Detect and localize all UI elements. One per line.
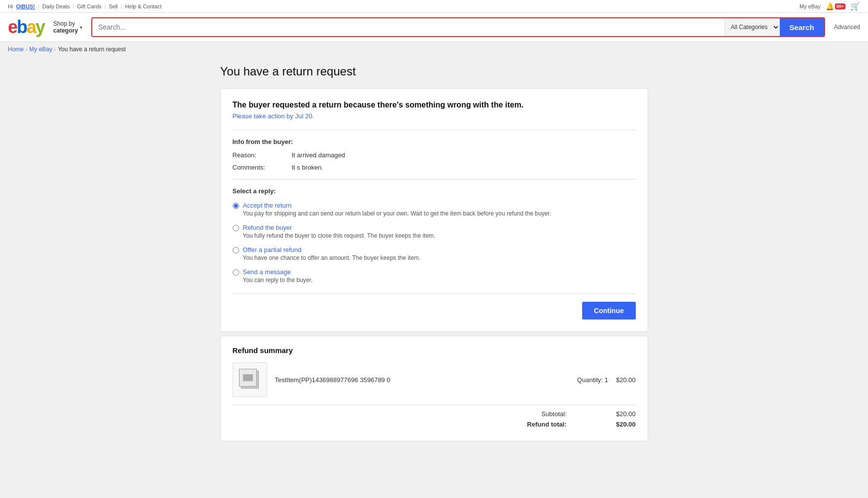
sell-link[interactable]: Sell: [109, 3, 118, 9]
divider-1: [233, 130, 636, 130]
refund-total-label: Refund total:: [527, 421, 566, 428]
accept-title: Accept the return: [243, 202, 552, 209]
item-quantity: Quantity: 1: [577, 376, 608, 384]
option-message: Send a message You can reply to the buye…: [233, 268, 636, 284]
ebay-logo[interactable]: e b a y: [8, 17, 44, 37]
continue-button[interactable]: Continue: [582, 302, 636, 320]
accept-desc: You pay for shipping and can send our re…: [243, 210, 552, 217]
chevron-down-icon: ▾: [80, 25, 82, 30]
radio-refund[interactable]: [233, 225, 239, 231]
option-accept: Accept the return You pay for shipping a…: [233, 202, 636, 217]
gift-cards-link[interactable]: Gift Cards: [77, 3, 102, 9]
refund-total-value: $20.00: [606, 421, 636, 428]
comments-label: Comments:: [233, 164, 292, 171]
item-info: TestItem(PP)1436988977696 3596789 0: [275, 376, 550, 384]
search-input[interactable]: [92, 18, 724, 36]
continue-row: Continue: [233, 293, 636, 320]
advanced-search-link[interactable]: Advanced: [830, 24, 860, 31]
reason-label: Reason:: [233, 151, 292, 159]
breadcrumb: Home › My eBay › You have a return reque…: [0, 42, 868, 57]
breadcrumb-home[interactable]: Home: [8, 46, 24, 53]
comments-row: Comments: It s broken.: [233, 164, 636, 171]
radio-partial[interactable]: [233, 247, 239, 253]
reason-value: It arrived damaged: [292, 151, 345, 159]
breadcrumb-myebay[interactable]: My eBay: [29, 46, 52, 53]
daily-deals-link[interactable]: Daily Deals: [42, 3, 70, 9]
breadcrumb-sep-1: ›: [26, 47, 27, 52]
photo-front: [239, 369, 257, 387]
message-desc: You can reply to the buyer.: [243, 277, 313, 284]
reply-section: Select a reply: Accept the return You pa…: [233, 187, 636, 284]
subtotal-label: Subtotal:: [541, 410, 566, 418]
help-contact-link[interactable]: Help & Contact: [125, 3, 162, 9]
subtotal-row: Subtotal: $20.00: [233, 410, 636, 418]
partial-desc: You have one chance to offer an amount. …: [243, 254, 421, 261]
reply-label: Select a reply:: [233, 187, 636, 195]
breadcrumb-current: You have a return request: [58, 46, 126, 53]
option-partial: Offer a partial refund You have one chan…: [233, 246, 636, 261]
refund-summary-title: Refund summary: [233, 346, 636, 355]
breadcrumb-sep-2: ›: [54, 47, 56, 52]
page-content: You have a return request The buyer requ…: [212, 57, 656, 449]
item-thumbnail: [233, 362, 267, 397]
top-bar: Hi QIBUS! | Daily Deals | Gift Cards | S…: [0, 0, 868, 13]
radio-message[interactable]: [233, 269, 239, 276]
subtotal-value: $20.00: [606, 410, 636, 418]
page-title: You have a return request: [220, 65, 648, 78]
refund-item-row: TestItem(PP)1436988977696 3596789 0 Quan…: [233, 362, 636, 397]
shop-by-label: Shop bycategory: [53, 20, 78, 34]
search-bar: All Categories Search: [91, 17, 825, 37]
username-link[interactable]: QIBUS!: [16, 3, 35, 9]
return-headline: The buyer requested a return because the…: [233, 101, 636, 109]
refund-totals: Subtotal: $20.00 Refund total: $20.00: [233, 405, 636, 428]
comments-value: It s broken.: [292, 164, 323, 171]
message-title: Send a message: [243, 268, 313, 276]
refund-desc: You fully refund the buyer to close this…: [243, 232, 436, 239]
action-by-text: Please take action by Jul 20.: [233, 112, 636, 120]
logo-area: e b a y: [8, 17, 44, 37]
info-section-label: Info from the buyer:: [233, 138, 636, 145]
refund-summary-card: Refund summary TestItem(PP)1436988977696…: [220, 336, 648, 441]
reason-row: Reason: It arrived damaged: [233, 151, 636, 159]
greeting-text: Hi: [8, 3, 13, 9]
shop-by-category[interactable]: Shop bycategory ▾: [49, 20, 86, 34]
top-bar-right: My eBay 🔔 99+ 🛒: [799, 1, 860, 11]
logo-letter-b: b: [17, 17, 27, 37]
category-select[interactable]: All Categories: [725, 18, 780, 36]
return-request-card: The buyer requested a return because the…: [220, 88, 648, 332]
myebay-link[interactable]: My eBay: [799, 3, 821, 9]
partial-title: Offer a partial refund: [243, 246, 421, 253]
refund-title: Refund the buyer: [243, 224, 436, 231]
item-name: TestItem(PP)1436988977696 3596789 0: [275, 376, 390, 384]
divider-2: [233, 179, 636, 179]
refund-total-row: Refund total: $20.00: [233, 421, 636, 428]
logo-letter-y: y: [35, 17, 44, 37]
search-button[interactable]: Search: [780, 17, 824, 37]
top-bar-left: Hi QIBUS! | Daily Deals | Gift Cards | S…: [8, 3, 162, 9]
logo-letter-e: e: [8, 17, 17, 37]
notification-badge: 99+: [835, 3, 845, 9]
bell-icon: 🔔: [826, 2, 834, 10]
logo-letter-a: a: [27, 17, 35, 37]
notification-bell[interactable]: 🔔 99+: [826, 2, 845, 10]
item-price: $20.00: [616, 376, 636, 384]
radio-accept[interactable]: [233, 203, 239, 209]
header: e b a y Shop bycategory ▾ All Categories…: [0, 13, 868, 42]
cart-icon[interactable]: 🛒: [850, 1, 860, 11]
option-refund: Refund the buyer You fully refund the bu…: [233, 224, 636, 239]
photo-stack-icon: [239, 369, 261, 391]
